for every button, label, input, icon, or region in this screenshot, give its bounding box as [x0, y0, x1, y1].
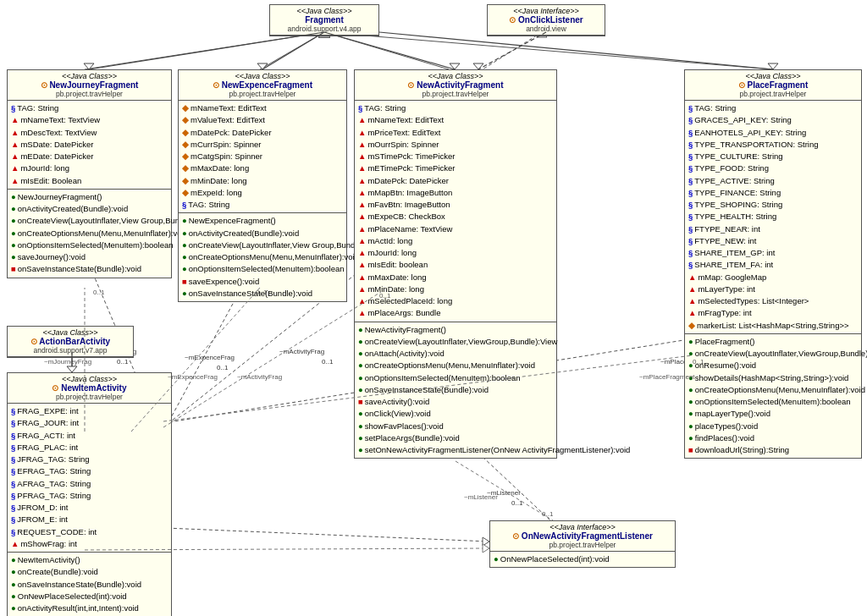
method-line: ●onOptionsItemSelected(MenuItem):boolean: [182, 263, 343, 275]
field-line: ▲mSelectedTypes: List<Integer>: [688, 295, 858, 307]
onafl-header: <<Java Interface>> ⊙ OnNewActivityFragme…: [490, 521, 675, 552]
field-line: §TAG: String: [11, 102, 168, 114]
field-line: §TYPE_FOOD: String: [688, 162, 858, 174]
svg-text:0..1: 0..1: [217, 364, 229, 371]
placefragment-box: <<Java Class>> ⊙ PlaceFragment pb.projec…: [684, 69, 862, 459]
field-line: §REQUEST_CODE: int: [11, 526, 168, 538]
field-line: §TYPE_HEALTH: String: [688, 211, 858, 223]
onclicklistener-box: <<Java Interface>> ⊙ OnClickListener and…: [487, 4, 605, 36]
svg-marker-28: [483, 537, 489, 546]
svg-line-31: [262, 32, 324, 69]
svg-text:0..1: 0..1: [117, 358, 129, 366]
pf-header: <<Java Class>> ⊙ PlaceFragment pb.projec…: [685, 70, 861, 101]
field-line: ◆mMaxDate: long: [182, 162, 343, 174]
method-line: ●onOptionsItemSelected(MenuItem):boolean: [688, 396, 858, 408]
field-line: §TAG: String: [182, 199, 343, 211]
field-line: ▲mSTimePck: TimePicker: [358, 151, 553, 162]
svg-line-37: [478, 32, 546, 69]
field-line: ◆mExpeId: long: [182, 187, 343, 199]
method-line: ●onCreateView(LayoutInflater,ViewGroup,B…: [358, 336, 553, 348]
field-line: §SHARE_ITEM_GP: int: [688, 247, 858, 259]
naf-methods: ●NewActivityFragment() ●onCreateView(Lay…: [355, 322, 556, 459]
method-line: ●NewExpenceFragment(): [182, 215, 343, 227]
method-line: ●onAttach(Activity):void: [358, 348, 553, 360]
method-line: ●NewJourneyFragment(): [11, 191, 168, 203]
method-line: ●setPlaceArgs(Bundle):void: [358, 432, 553, 444]
aba-package: android.support.v7.app: [11, 346, 130, 355]
method-line: ●PlaceFragment(): [688, 336, 858, 348]
field-line: ◆mCatgSpin: Spinner: [182, 151, 343, 162]
field-line: ◆markerList: List<HashMap<String,String>…: [688, 320, 858, 332]
njf-methods: ●NewJourneyFragment() ●onActivityCreated…: [8, 190, 171, 278]
field-line: §FTYPE_NEW: int: [688, 235, 858, 247]
actionbaractivity-box: <<Java Class>> ⊙ ActionBarActivity andro…: [7, 326, 134, 358]
field-line: ▲mShowFrag: int: [11, 538, 168, 550]
njf-package: pb.project.travHelper: [11, 90, 168, 98]
method-line: ■saveActivity():void: [358, 396, 553, 408]
svg-text:0..1: 0..1: [542, 510, 554, 518]
field-line: ▲mMinDate: long: [358, 283, 553, 295]
nef-package: pb.project.travHelper: [182, 90, 343, 98]
svg-marker-40: [67, 366, 77, 372]
field-line: §EFRAG_TAG: String: [11, 465, 168, 477]
field-line: ▲mDatePck: DatePicker: [358, 175, 553, 187]
nia-fields: §FRAG_EXPE: int §FRAG_JOUR: int §FRAG_AC…: [8, 404, 171, 553]
onnewactivityfragmentlistener-box: <<Java Interface>> ⊙ OnNewActivityFragme…: [489, 520, 676, 568]
naf-package: pb.project.travHelper: [358, 90, 553, 98]
svg-marker-32: [257, 63, 268, 69]
field-line: ▲mJourId: long: [358, 247, 553, 259]
field-line: ▲mNameText: TextView: [11, 114, 168, 126]
field-line: ◆mMinDate: long: [182, 175, 343, 187]
field-line: ▲mNameText: EditText: [358, 114, 553, 126]
svg-line-0: [85, 32, 324, 69]
method-line: ●onOptionsItemSelected(MenuItem):boolean: [358, 372, 553, 384]
method-line: ■onSaveInstanceState(Bundle):void: [11, 263, 168, 275]
method-line: ●onCreateOptionsMenu(Menu,MenuInflater):…: [182, 251, 343, 263]
nia-classname: ⊙ NewItemActivity: [11, 383, 168, 393]
diagram-container: ~mJourneyFrag 0..1 ~mExpenceFrag 0..1 ~m…: [0, 0, 867, 616]
field-line: ▲mIsEdit: boolean: [358, 259, 553, 271]
svg-text:0..1: 0..1: [322, 358, 334, 366]
svg-line-6: [324, 32, 773, 69]
method-line: ●onCreateView(LayoutInflater,ViewGroup,B…: [688, 348, 858, 360]
field-line: §TAG: String: [358, 102, 553, 114]
nef-classname: ⊙ NewExpenceFragment: [182, 80, 343, 90]
fragment-stereotype: <<Java Class>>: [273, 7, 375, 15]
field-line: ▲mDescText: TextView: [11, 127, 168, 139]
fragment-package: android.support.v4.app: [273, 25, 375, 33]
method-line: ●showFavPlaces():void: [358, 421, 553, 432]
svg-line-24: [483, 457, 550, 520]
newactivityfragment-box: <<Java Class>> ⊙ NewActivityFragment pb.…: [354, 69, 557, 459]
field-line: §FRAG_JOUR: int: [11, 417, 168, 429]
nef-header: <<Java Class>> ⊙ NewExpenceFragment pb.p…: [179, 70, 346, 101]
field-line: ▲mMap: GoogleMap: [688, 272, 858, 283]
method-line: ●onCreate(Bundle):void: [11, 566, 168, 578]
newjourneyfragment-box: <<Java Class>> ⊙ NewJourneyFragment pb.p…: [7, 69, 172, 278]
field-line: ◆mValueText: EditText: [182, 114, 343, 126]
field-line: §PFRAG_TAG: String: [11, 490, 168, 502]
field-line: §FRAG_EXPE: int: [11, 405, 168, 417]
field-line: §FTYPE_NEAR: int: [688, 223, 858, 235]
field-line: §TAG: String: [688, 102, 858, 114]
pf-classname: ⊙ PlaceFragment: [688, 80, 858, 90]
method-line: ■downloadUrl(String):String: [688, 444, 858, 456]
method-line: ●mapLayerType():void: [688, 408, 858, 420]
field-line: §FRAG_ACTI: int: [11, 430, 168, 442]
field-line: ▲mFragType: int: [688, 307, 858, 319]
method-line: ●onSaveInstanceState(Bundle):void: [358, 384, 553, 396]
nia-methods: ●NewItemActivity() ●onCreate(Bundle):voi…: [8, 553, 171, 616]
field-line: ▲mFavBtn: ImageButton: [358, 199, 553, 211]
svg-line-35: [379, 32, 773, 69]
method-line: ●findPlaces():void: [688, 432, 858, 444]
field-line: §JFROM_E: int: [11, 514, 168, 525]
onclicklistener-stereotype: <<Java Interface>>: [491, 7, 601, 15]
newexpencefragment-box: <<Java Class>> ⊙ NewExpenceFragment pb.p…: [178, 69, 347, 302]
svg-text:0..1: 0..1: [511, 499, 523, 507]
onafl-package: pb.project.travHelper: [494, 541, 671, 549]
method-line: ●NewActivityFragment(): [358, 324, 553, 336]
method-line: ●saveJourney():void: [11, 251, 168, 263]
nef-stereotype: <<Java Class>>: [182, 72, 343, 80]
method-line: ●onActivityCreated(Bundle):void: [182, 228, 343, 239]
method-line: ●OnNewPlaceSelected(int):void: [11, 591, 168, 602]
method-line: ●onCreateView(LayoutInflater,View Group,…: [182, 239, 343, 251]
